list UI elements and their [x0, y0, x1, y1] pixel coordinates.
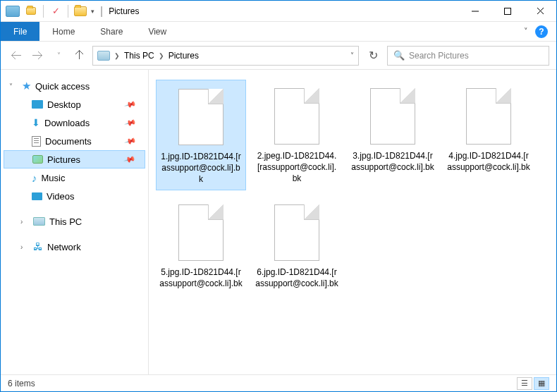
navigation-pane: ˅ ★ Quick access Desktop 📌 ⬇ Downloads 📌… — [1, 70, 149, 374]
breadcrumb-pictures[interactable]: Pictures — [169, 51, 199, 61]
file-icon — [173, 200, 229, 264]
sidebar-item-documents[interactable]: Documents 📌 — [4, 132, 145, 150]
ribbon-tabs: File Home Share View ˅ ? — [1, 22, 556, 42]
sidebar-network[interactable]: › 🖧 Network — [4, 238, 145, 256]
window-title: Pictures — [109, 6, 139, 16]
search-placeholder: Search Pictures — [409, 51, 469, 61]
file-item[interactable]: 2.jpeg.ID-1D821D44.[rassupport@cock.li].… — [252, 80, 342, 190]
titlebar: ✓ ▾ | Pictures — [1, 1, 556, 22]
qat-separator — [43, 5, 44, 18]
file-item[interactable]: 4.jpg.ID-1D821D44.[rassupport@cock.li].b… — [443, 80, 534, 190]
search-input[interactable]: 🔍 Search Pictures — [387, 46, 549, 66]
sidebar-item-label: Desktop — [47, 99, 81, 110]
sidebar-label: Quick access — [35, 81, 90, 92]
sidebar-item-label: Music — [42, 173, 66, 183]
star-icon: ★ — [22, 80, 31, 92]
videos-icon — [32, 192, 42, 200]
help-icon[interactable]: ? — [535, 25, 548, 38]
downloads-icon: ⬇ — [32, 117, 40, 128]
file-item[interactable]: 5.jpg.ID-1D821D44.[rassupport@cock.li].b… — [156, 196, 246, 293]
sidebar-item-downloads[interactable]: ⬇ Downloads 📌 — [4, 114, 145, 132]
pin-icon: 📌 — [124, 98, 137, 111]
folder-icon — [73, 4, 88, 18]
recent-dropdown-icon[interactable]: ˅ — [50, 47, 67, 64]
view-large-icons-button[interactable]: ▦ — [534, 377, 549, 390]
sidebar-this-pc[interactable]: › This PC — [4, 212, 145, 231]
maximize-button[interactable] — [491, 1, 524, 22]
tab-share[interactable]: Share — [87, 22, 135, 41]
address-bar[interactable]: ❯ This PC ❯ Pictures ˅ — [92, 46, 359, 66]
file-name: 5.jpg.ID-1D821D44.[rassupport@cock.li].b… — [157, 267, 245, 289]
tab-view[interactable]: View — [135, 22, 179, 41]
file-icon — [173, 85, 229, 148]
file-icon — [460, 84, 517, 147]
file-item[interactable]: 3.jpg.ID-1D821D44.[rassupport@cock.li].b… — [348, 80, 438, 190]
refresh-button[interactable]: ↻ — [363, 46, 383, 66]
close-button[interactable] — [524, 1, 556, 22]
file-name: 6.jpg.ID-1D821D44.[rassupport@cock.li].b… — [253, 267, 341, 289]
chevron-right-icon[interactable]: › — [20, 243, 29, 251]
network-icon: 🖧 — [33, 241, 43, 252]
pc-icon — [33, 217, 45, 226]
back-button[interactable]: 🡠 — [8, 47, 25, 64]
file-tab[interactable]: File — [1, 22, 39, 41]
sidebar-label: This PC — [49, 216, 82, 227]
file-icon — [269, 200, 325, 264]
pin-icon: 📌 — [123, 153, 137, 166]
pin-icon: 📌 — [124, 116, 137, 129]
content-pane[interactable]: 1.jpg.ID-1D821D44.[rassupport@cock.li].b… — [149, 70, 556, 374]
location-icon — [97, 51, 110, 61]
pin-icon: 📌 — [124, 135, 137, 147]
file-item[interactable]: 6.jpg.ID-1D821D44.[rassupport@cock.li].b… — [252, 196, 342, 293]
chevron-right-icon[interactable]: › — [20, 218, 29, 226]
sidebar-item-label: Documents — [45, 136, 92, 147]
status-bar: 6 items ☰ ▦ — [1, 374, 556, 391]
qat-separator — [68, 5, 68, 18]
file-icon — [365, 84, 421, 147]
file-item[interactable]: 1.jpg.ID-1D821D44.[rassupport@cock.li].b… — [156, 80, 246, 190]
chevron-right-icon[interactable]: ❯ — [159, 52, 164, 59]
chevron-right-icon[interactable]: ❯ — [114, 52, 120, 59]
address-dropdown-icon[interactable]: ˅ — [350, 51, 354, 59]
documents-icon — [32, 136, 41, 147]
breadcrumb-this-pc[interactable]: This PC — [124, 51, 154, 61]
ribbon-expand-icon[interactable]: ˅ — [524, 27, 528, 36]
minimize-button[interactable] — [459, 1, 491, 22]
sidebar-item-pictures[interactable]: Pictures 📌 — [4, 150, 145, 169]
sidebar-item-desktop[interactable]: Desktop 📌 — [4, 95, 145, 114]
title-separator: | — [100, 5, 103, 18]
sidebar-label: Network — [47, 242, 81, 252]
forward-button[interactable]: 🡢 — [29, 47, 46, 64]
tab-home[interactable]: Home — [39, 22, 87, 41]
qat-checkmark-icon[interactable]: ✓ — [48, 4, 63, 18]
search-icon: 🔍 — [393, 50, 405, 61]
file-name: 1.jpg.ID-1D821D44.[rassupport@cock.li].b… — [158, 151, 244, 185]
address-row: 🡠 🡢 ˅ 🡡 ❯ This PC ❯ Pictures ˅ ↻ 🔍 Searc… — [1, 42, 556, 70]
sidebar-item-music[interactable]: ♪ Music — [4, 169, 145, 187]
file-name: 4.jpg.ID-1D821D44.[rassupport@cock.li].b… — [445, 150, 532, 173]
sidebar-item-label: Downloads — [44, 118, 90, 128]
sidebar-item-label: Videos — [47, 191, 75, 202]
qat-properties-icon[interactable] — [23, 4, 39, 18]
file-icon — [269, 84, 325, 147]
app-icon — [5, 4, 20, 18]
desktop-icon — [32, 100, 43, 109]
svg-rect-1 — [505, 8, 511, 14]
sidebar-quick-access[interactable]: ˅ ★ Quick access — [4, 77, 145, 95]
qat-customize-dropdown-icon[interactable]: ▾ — [91, 8, 94, 15]
pictures-icon — [32, 155, 43, 164]
file-name: 2.jpeg.ID-1D821D44.[rassupport@cock.li].… — [253, 150, 341, 185]
status-text: 6 items — [8, 379, 35, 388]
view-details-button[interactable]: ☰ — [517, 377, 532, 390]
chevron-down-icon[interactable]: ˅ — [9, 82, 18, 90]
file-name: 3.jpg.ID-1D821D44.[rassupport@cock.li].b… — [349, 150, 436, 173]
music-icon: ♪ — [32, 172, 37, 184]
sidebar-item-label: Pictures — [47, 154, 80, 165]
up-button[interactable]: 🡡 — [71, 47, 88, 64]
sidebar-item-videos[interactable]: Videos — [4, 187, 145, 205]
